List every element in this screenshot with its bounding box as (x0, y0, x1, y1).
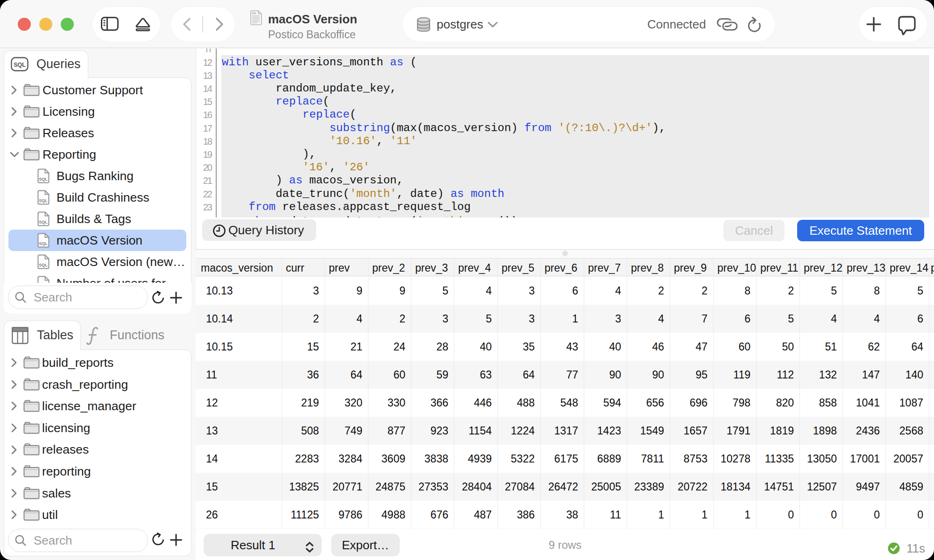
svg-text:SQL: SQL (14, 62, 26, 68)
svg-text:SQL: SQL (39, 220, 48, 224)
svg-text:SQL: SQL (39, 198, 48, 203)
svg-text:SQL: SQL (39, 263, 48, 267)
svg-text:SQL: SQL (39, 177, 48, 182)
svg-text:SQL: SQL (39, 241, 48, 246)
